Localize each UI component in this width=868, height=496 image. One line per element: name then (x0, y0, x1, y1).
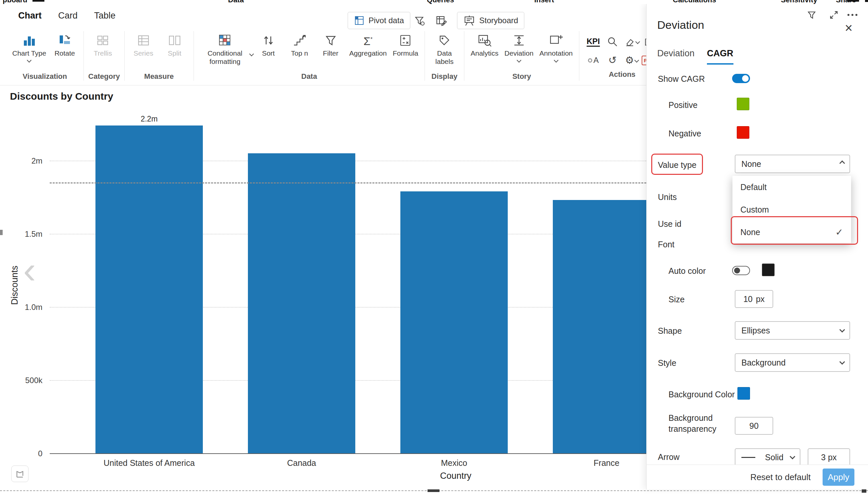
host-tab-data[interactable]: Data (228, 0, 244, 4)
aggregation-button[interactable]: Σ* Aggregation (347, 31, 389, 57)
reference-line (50, 183, 646, 183)
reset-to-default-button[interactable]: Reset to default (750, 472, 811, 482)
settings-button[interactable]: ⚙ (625, 55, 638, 65)
negative-color-swatch[interactable] (737, 126, 749, 139)
sort-button[interactable]: Sort (254, 31, 283, 57)
zoom-button[interactable] (607, 36, 618, 47)
menu-option-default[interactable]: Default (732, 176, 851, 198)
tag-icon (438, 32, 451, 49)
panel-filter-button[interactable] (807, 10, 817, 20)
value-type-label: Value type (658, 159, 696, 171)
host-mark (32, 0, 44, 2)
y-tick-label: 0 (3, 449, 42, 458)
conditional-formatting-button[interactable]: Conditional formatting (198, 31, 252, 65)
panel-tab-deviation[interactable]: Deviation (657, 48, 695, 63)
kpi-button[interactable]: KPI (587, 37, 600, 47)
analytics-button[interactable]: Analytics (469, 31, 500, 57)
size-value: 10 (743, 294, 753, 304)
tab-table[interactable]: Table (94, 11, 116, 21)
show-cagr-toggle[interactable] (732, 74, 750, 83)
chevron-down-icon (839, 327, 845, 332)
pivot-data-button[interactable]: Pivot data (348, 12, 410, 29)
data-labels-label: Data labels (431, 49, 458, 65)
bar-3[interactable] (553, 200, 660, 453)
selection-handle-corner[interactable] (862, 490, 866, 493)
y-tick-label: 2m (3, 156, 42, 166)
positive-color-swatch[interactable] (737, 98, 749, 110)
conditional-formatting-icon (218, 32, 232, 49)
selection-handle-left[interactable] (0, 230, 3, 235)
bar-1[interactable] (248, 153, 355, 453)
background-transparency-input[interactable]: 90 (735, 417, 773, 435)
host-tab-sensitivity[interactable]: Sensitivity (781, 0, 817, 4)
panel-tab-cagr[interactable]: CAGR (707, 48, 733, 65)
settings-panel: × Deviation Deviation CAGR Show CAGR Pos… (646, 4, 868, 490)
edit-data-button[interactable] (434, 13, 448, 28)
trellis-button[interactable]: Trellis (88, 31, 117, 57)
host-tab-insert[interactable]: Insert (534, 0, 554, 4)
theme-button[interactable]: A (588, 56, 599, 65)
close-icon[interactable]: × (845, 21, 852, 34)
background-color-swatch[interactable] (737, 387, 750, 400)
rotate-button[interactable]: Rotate (50, 31, 79, 57)
chart-tool-button[interactable] (11, 466, 29, 482)
x-axis-title: Country (406, 471, 505, 481)
chevron-down-icon (249, 52, 254, 56)
host-tab-dashboard[interactable]: pboard (3, 0, 28, 4)
x-axis-labels: United States of AmericaCanadaMexicoFran… (0, 458, 683, 471)
sort-label: Sort (262, 49, 275, 57)
tab-card[interactable]: Card (58, 11, 78, 21)
eraser-icon (624, 36, 635, 47)
auto-color-toggle[interactable] (732, 266, 750, 275)
menu-option-none[interactable]: None ✓ (732, 221, 851, 243)
theme-a-icon: A (588, 56, 599, 65)
chevron-down-icon (554, 58, 558, 63)
arrow-width-input[interactable]: 3 px (808, 448, 850, 466)
font-color-swatch[interactable] (762, 264, 775, 276)
tab-chart[interactable]: Chart (18, 11, 42, 21)
size-unit: px (756, 294, 765, 304)
filter-button[interactable]: Filter (316, 31, 345, 57)
ribbon-group-label: Category (88, 72, 120, 81)
series-button[interactable]: Series (129, 31, 158, 57)
deviation-button[interactable]: Deviation (503, 31, 536, 62)
chevron-down-icon (635, 40, 640, 44)
more-options-button[interactable] (848, 14, 857, 16)
split-button[interactable]: Split (160, 31, 189, 57)
shape-dropdown[interactable]: Ellipses (735, 321, 850, 340)
arrow-style-dropdown[interactable]: Solid (735, 448, 800, 466)
x-tick-label: United States of America (66, 458, 232, 468)
host-mark (847, 0, 859, 2)
style-dropdown[interactable]: Background (735, 353, 850, 372)
storyboard-button[interactable]: Storyboard (457, 12, 524, 29)
ribbon-groups: Chart Type Rotate Visualization (6, 31, 665, 81)
arrow-width-value: 3 px (821, 453, 837, 462)
menu-option-custom[interactable]: Custom (732, 198, 851, 221)
formula-button[interactable]: Formula (391, 31, 420, 57)
filter-label: Filter (323, 49, 339, 57)
check-icon: ✓ (836, 227, 843, 238)
filter-settings-icon (414, 15, 425, 26)
bar-0[interactable] (95, 125, 203, 453)
storyboard-icon (463, 15, 475, 27)
chart-type-button[interactable]: Chart Type (10, 31, 48, 62)
font-label: Font (658, 239, 674, 250)
eraser-button[interactable] (624, 36, 639, 47)
filter-settings-button[interactable] (412, 13, 426, 28)
top-n-button[interactable]: Top n (285, 31, 314, 57)
size-input[interactable]: 10 px (735, 290, 773, 308)
bar-2[interactable] (400, 191, 508, 453)
analytics-icon (477, 32, 492, 49)
apply-button[interactable]: Apply (823, 468, 854, 486)
annotation-button[interactable]: Annotation (538, 31, 575, 62)
undo-icon: ↺ (608, 55, 616, 65)
undo-button[interactable]: ↺ (608, 55, 616, 65)
host-tab-calculations[interactable]: Calculations (673, 0, 716, 4)
ribbon-group-display: Data labels Display (425, 31, 464, 81)
panel-expand-button[interactable] (829, 10, 839, 20)
selection-handle-bottom[interactable] (428, 490, 439, 492)
ribbon-group-data: Conditional formatting Sort Top n (194, 31, 425, 81)
value-type-dropdown[interactable]: None (735, 155, 850, 173)
data-labels-button[interactable]: Data labels (429, 31, 460, 65)
host-tab-queries[interactable]: Queries (427, 0, 454, 4)
